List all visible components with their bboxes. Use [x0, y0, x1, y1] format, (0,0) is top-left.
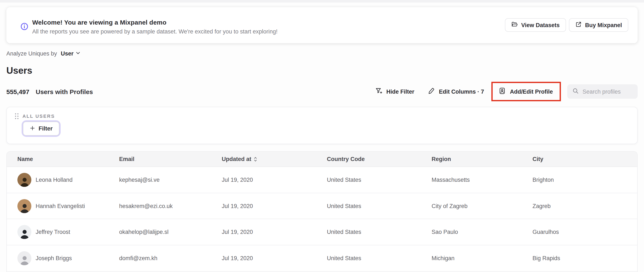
- user-name: Joseph Briggs: [36, 255, 72, 262]
- page-title: Users: [6, 65, 32, 76]
- profiles-count: 555,497: [6, 88, 29, 95]
- user-updated-at: Jul 19, 2020: [222, 177, 327, 183]
- funnel-plus-icon: [375, 87, 382, 96]
- add-filter-button[interactable]: Filter: [23, 122, 59, 136]
- user-name: Leona Holland: [36, 177, 72, 183]
- column-header-city[interactable]: City: [532, 156, 637, 162]
- user-city: Zagreb: [532, 203, 637, 209]
- profile-card-icon: [498, 87, 506, 96]
- user-city: Guarulhos: [532, 229, 637, 235]
- user-region: Sao Paulo: [432, 229, 532, 235]
- folder-icon: [512, 21, 518, 29]
- analyze-uniques-value: User: [61, 50, 74, 57]
- add-edit-profile-button[interactable]: Add/Edit Profile: [498, 86, 554, 97]
- column-header-region[interactable]: Region: [432, 156, 532, 162]
- chevron-down-icon: [76, 50, 81, 57]
- user-region: City of Zagreb: [432, 203, 532, 209]
- top-divider: [0, 0, 644, 2]
- avatar: [18, 251, 31, 265]
- hide-filter-label: Hide Filter: [386, 88, 414, 95]
- user-city: Big Rapids: [532, 255, 637, 262]
- column-header-email[interactable]: Email: [119, 156, 222, 162]
- plus-icon: [30, 125, 35, 132]
- user-country-code: United States: [327, 229, 432, 235]
- banner-subtitle: All the reports you see are powered by a…: [32, 28, 278, 35]
- search-profiles-box[interactable]: [567, 84, 638, 99]
- table-toolbar: Hide Filter Edit Columns · 7: [374, 82, 638, 101]
- filter-group-label: ALL USERS: [22, 114, 55, 119]
- table-row[interactable]: Leona Holland kephesaj@si.ve Jul 19, 202…: [7, 167, 637, 193]
- table-body: Leona Holland kephesaj@si.ve Jul 19, 202…: [7, 167, 637, 272]
- buy-mixpanel-button[interactable]: Buy Mixpanel: [569, 18, 628, 32]
- column-header-name[interactable]: Name: [18, 156, 119, 162]
- user-region: Massachusetts: [432, 177, 532, 183]
- pencil-icon: [428, 87, 435, 96]
- user-updated-at: Jul 19, 2020: [222, 255, 327, 262]
- view-datasets-button[interactable]: View Datasets: [505, 18, 566, 32]
- analyze-uniques-row: Analyze Uniques by User: [6, 50, 81, 57]
- add-edit-profile-label: Add/Edit Profile: [510, 88, 553, 95]
- user-country-code: United States: [327, 203, 432, 209]
- mixpanel-users-page: Welcome! You are viewing a Mixpanel demo…: [0, 0, 644, 272]
- sort-icon: [253, 156, 258, 162]
- banner-text: Welcome! You are viewing a Mixpanel demo…: [32, 19, 278, 35]
- demo-banner: Welcome! You are viewing a Mixpanel demo…: [6, 7, 638, 43]
- user-updated-at: Jul 19, 2020: [222, 203, 327, 209]
- analyze-uniques-label: Analyze Uniques by: [6, 50, 57, 57]
- table-row[interactable]: Hannah Evangelisti hesakrem@ezi.co.uk Ju…: [7, 193, 637, 219]
- user-country-code: United States: [327, 255, 432, 262]
- edit-columns-button[interactable]: Edit Columns · 7: [427, 86, 485, 97]
- table-row[interactable]: Jeffrey Troost okahelop@lalijpe.sl Jul 1…: [7, 219, 637, 245]
- summary-toolbar-row: 555,497 Users with Profiles Hide Filter: [6, 83, 638, 100]
- buy-mixpanel-label: Buy Mixpanel: [585, 22, 622, 28]
- search-icon: [572, 87, 579, 96]
- edit-columns-label: Edit Columns · 7: [439, 88, 484, 95]
- user-email: hesakrem@ezi.co.uk: [119, 203, 222, 209]
- search-profiles-input[interactable]: [582, 88, 632, 95]
- user-email: domfi@zem.kh: [119, 255, 222, 262]
- column-header-country-code[interactable]: Country Code: [327, 156, 432, 162]
- hide-filter-button[interactable]: Hide Filter: [374, 86, 415, 97]
- user-email: kephesaj@si.ve: [119, 177, 222, 183]
- banner-actions: View Datasets Buy Mixpanel: [505, 18, 628, 32]
- avatar: [18, 173, 31, 187]
- user-email: okahelop@lalijpe.sl: [119, 229, 222, 235]
- view-datasets-label: View Datasets: [521, 22, 560, 28]
- user-region: Michigan: [432, 255, 532, 262]
- user-city: Brighton: [532, 177, 637, 183]
- profiles-count-label: Users with Profiles: [36, 88, 93, 95]
- avatar: [18, 225, 31, 239]
- filter-button-focus-ring: Filter: [22, 120, 61, 137]
- filter-group-header: ALL USERS: [14, 113, 55, 119]
- info-icon: [20, 22, 28, 30]
- column-header-updated-at[interactable]: Updated at: [222, 156, 327, 162]
- drag-handle-icon[interactable]: [14, 113, 19, 119]
- add-edit-profile-highlight: Add/Edit Profile: [491, 82, 561, 101]
- analyze-uniques-select[interactable]: User: [61, 50, 81, 57]
- user-country-code: United States: [327, 177, 432, 183]
- user-name: Hannah Evangelisti: [36, 203, 85, 209]
- banner-title: Welcome! You are viewing a Mixpanel demo: [32, 19, 278, 26]
- table-header-row: Name Email Updated at Country Code Regio…: [7, 152, 637, 167]
- external-link-icon: [575, 21, 582, 29]
- table-row[interactable]: Joseph Briggs domfi@zem.kh Jul 19, 2020 …: [7, 245, 637, 271]
- avatar: [18, 199, 31, 213]
- filter-panel: ALL USERS Filter: [6, 107, 638, 144]
- user-name: Jeffrey Troost: [36, 229, 70, 235]
- add-filter-label: Filter: [38, 125, 52, 132]
- users-table: Name Email Updated at Country Code Regio…: [6, 151, 638, 272]
- user-updated-at: Jul 19, 2020: [222, 229, 327, 235]
